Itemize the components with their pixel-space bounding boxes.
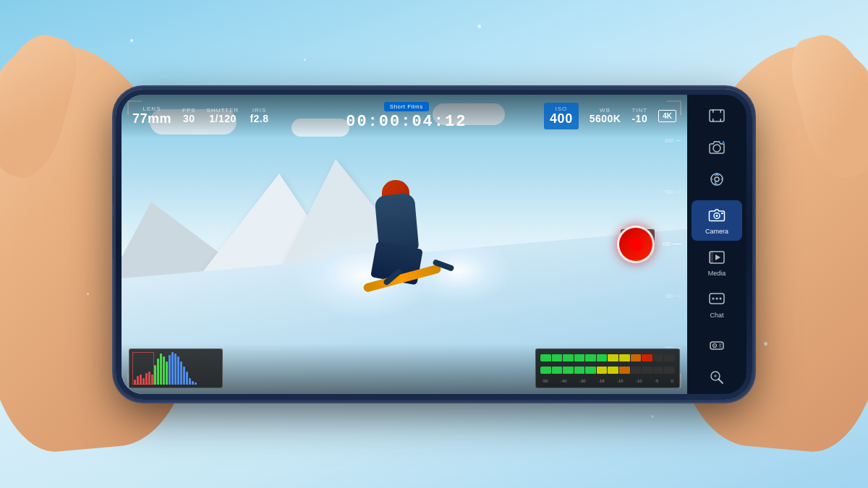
phone-container: LENS 77mm FPS 30 SHUTTER 1/120 IRIS [116, 89, 752, 400]
sidebar-camera-label: Camera [705, 228, 728, 235]
frame-icon [707, 106, 726, 125]
svg-line-23 [719, 379, 723, 383]
lens-correction-icon [707, 170, 726, 189]
sidebar-item-frame[interactable] [692, 100, 742, 131]
svg-point-16 [712, 297, 715, 299]
sidebar-media-label: Media [708, 270, 726, 277]
sidebar-item-media[interactable]: Media [692, 242, 742, 283]
camera-auto-icon: A [707, 138, 726, 157]
sidebar-chat-label: Chat [710, 312, 723, 319]
svg-point-8 [715, 177, 719, 181]
cloud-3 [433, 103, 505, 125]
svg-point-10 [716, 215, 718, 217]
svg-rect-11 [721, 213, 723, 214]
media-icon [707, 248, 726, 267]
svg-rect-2 [720, 110, 722, 113]
chat-icon [707, 290, 726, 309]
cloud-2 [292, 119, 349, 137]
svg-text:A: A [722, 140, 726, 145]
phone-power-button [113, 215, 116, 259]
sidebar-item-scan[interactable] [692, 330, 742, 361]
sidebar-item-camera-auto[interactable]: A [692, 132, 742, 163]
sidebar-item-chat[interactable]: Chat [692, 284, 742, 325]
sidebar-item-camera[interactable]: Camera [692, 200, 742, 241]
camera-icon [707, 206, 726, 225]
sidebar-panel: A [687, 95, 746, 394]
svg-rect-3 [712, 119, 714, 121]
scan-icon [707, 336, 726, 355]
svg-marker-13 [715, 254, 720, 260]
magnify-icon [707, 368, 726, 387]
svg-rect-1 [712, 110, 714, 113]
snowboarder [359, 180, 446, 310]
svg-point-17 [716, 297, 718, 299]
phone-volume-button [113, 176, 116, 205]
svg-rect-4 [720, 119, 722, 121]
phone-screen: LENS 77mm FPS 30 SHUTTER 1/120 IRIS [122, 95, 746, 394]
svg-point-5 [713, 145, 720, 152]
svg-rect-0 [710, 110, 724, 121]
sidebar-item-magnify[interactable] [692, 362, 742, 393]
sidebar-item-lens-correction[interactable] [692, 164, 742, 194]
cloud-1 [150, 109, 237, 134]
viewfinder: LENS 77mm FPS 30 SHUTTER 1/120 IRIS [122, 95, 687, 394]
svg-rect-14 [710, 252, 713, 263]
svg-point-21 [714, 345, 715, 346]
phone-body: LENS 77mm FPS 30 SHUTTER 1/120 IRIS [116, 89, 752, 400]
svg-point-18 [720, 297, 722, 299]
